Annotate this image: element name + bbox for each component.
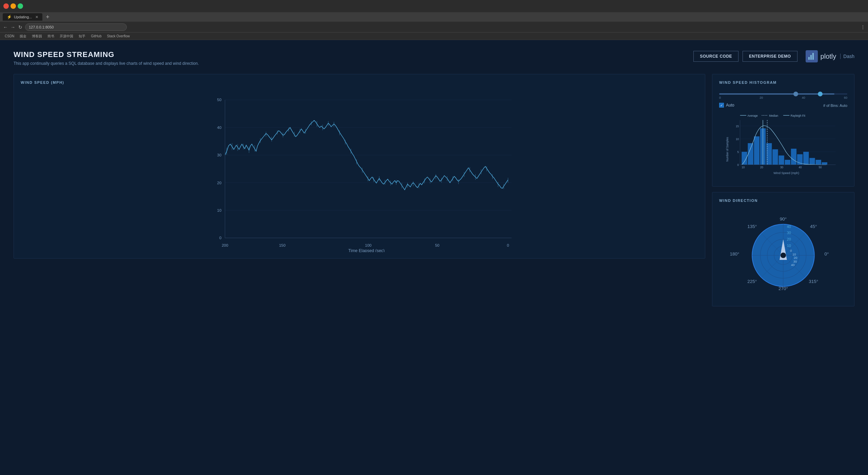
- svg-text:Number of Samples: Number of Samples: [726, 137, 729, 162]
- left-panel: WIND SPEED (MPH) 0 10 20 30: [14, 74, 705, 306]
- svg-rect-0: [808, 57, 810, 60]
- svg-text:10: 10: [736, 138, 739, 141]
- slider-label-60: 60: [844, 96, 847, 99]
- svg-text:20: 20: [787, 237, 791, 241]
- auto-label: Auto: [726, 103, 734, 108]
- url-bar[interactable]: [25, 23, 127, 31]
- svg-text:135°: 135°: [747, 224, 757, 229]
- svg-text:40: 40: [798, 166, 802, 169]
- bins-label: # of Bins: Auto: [823, 103, 847, 108]
- back-btn[interactable]: ←: [3, 24, 8, 30]
- svg-text:30: 30: [780, 166, 784, 169]
- slider-container: 0 20 40 60: [719, 89, 847, 103]
- browser-toolbar: ← → ↻ ⋮: [0, 22, 868, 33]
- forward-btn[interactable]: →: [10, 24, 16, 30]
- svg-text:180°: 180°: [730, 251, 739, 256]
- bookmark-oschina[interactable]: 开源中国: [58, 33, 75, 39]
- app-title: WIND SPEED STREAMING: [14, 50, 199, 59]
- bookmark-csdn[interactable]: CSDN: [3, 34, 16, 39]
- slider-thumb-right[interactable]: [818, 92, 823, 96]
- svg-text:0: 0: [507, 243, 509, 247]
- auto-checkbox[interactable]: ✓: [719, 103, 724, 108]
- bookmark-cnblogs[interactable]: 博客园: [30, 33, 44, 39]
- svg-text:Median: Median: [769, 114, 778, 117]
- new-tab-btn[interactable]: +: [44, 14, 52, 21]
- svg-point-135: [781, 252, 786, 258]
- app-title-section: WIND SPEED STREAMING This app continuall…: [14, 50, 199, 66]
- svg-text:50: 50: [819, 166, 822, 169]
- histogram-card: WIND SPEED HISTOGRAM 0 20 40 60: [712, 74, 854, 187]
- svg-rect-1: [810, 55, 812, 60]
- svg-text:100: 100: [365, 243, 372, 247]
- maximize-btn[interactable]: [18, 3, 23, 9]
- histogram-svg: Average Median Rayleigh Fit Number of Sa…: [719, 112, 847, 180]
- svg-rect-91: [754, 136, 760, 165]
- charts-layout: WIND SPEED (MPH) 0 10 20 30: [14, 74, 854, 306]
- svg-text:200: 200: [222, 243, 228, 247]
- svg-text:50: 50: [217, 98, 221, 102]
- slider-thumb-left[interactable]: [793, 92, 798, 96]
- tab-title: Updating...: [14, 15, 32, 19]
- minimize-btn[interactable]: [11, 3, 16, 9]
- enterprise-demo-button[interactable]: ENTERPRISE DEMO: [743, 51, 797, 62]
- source-code-button[interactable]: SOURCE CODE: [693, 51, 738, 62]
- wind-direction-title: WIND DIRECTION: [719, 198, 847, 203]
- app-header: WIND SPEED STREAMING This app continuall…: [14, 50, 854, 66]
- wind-direction-card: WIND DIRECTION 90° 45° 0° 315° 270° 225°…: [712, 192, 854, 306]
- svg-rect-102: [822, 162, 827, 165]
- svg-rect-101: [815, 160, 821, 165]
- svg-text:Time Elapsed (sec): Time Elapsed (sec): [348, 248, 384, 252]
- bookmark-stackoverflow[interactable]: Stack Overflow: [105, 34, 132, 39]
- svg-text:150: 150: [279, 243, 285, 247]
- reload-btn[interactable]: ↻: [18, 24, 23, 30]
- svg-text:20: 20: [794, 256, 797, 260]
- svg-text:10: 10: [787, 244, 791, 248]
- svg-rect-97: [791, 149, 796, 165]
- bookmark-jianshu[interactable]: 简书: [45, 33, 56, 39]
- compass-container: 90° 45° 0° 315° 270° 225° 180° 135°: [719, 207, 847, 300]
- browser-chrome: [0, 0, 868, 12]
- bookmark-zhihu[interactable]: 知乎: [77, 33, 87, 39]
- plotly-brand-name: plotly: [821, 53, 836, 60]
- svg-text:40: 40: [787, 225, 791, 229]
- svg-text:10: 10: [742, 166, 745, 169]
- svg-text:90°: 90°: [780, 216, 787, 222]
- auto-checkbox-row: ✓ Auto: [719, 103, 734, 108]
- tab-bar: ⚡ Updating... ✕ +: [0, 12, 868, 22]
- right-panel: WIND SPEED HISTOGRAM 0 20 40 60: [712, 74, 854, 306]
- svg-text:5: 5: [737, 151, 739, 154]
- header-right: SOURCE CODE ENTERPRISE DEMO plotly Dash: [693, 50, 854, 62]
- slider-labels: 0 20 40 60: [719, 96, 847, 99]
- bookmark-github[interactable]: GitHub: [89, 34, 103, 39]
- svg-rect-95: [778, 155, 784, 165]
- wind-speed-title: WIND SPEED (MPH): [21, 80, 698, 84]
- close-btn[interactable]: [3, 3, 9, 9]
- plotly-logo-icon: [806, 50, 818, 62]
- wind-speed-card: WIND SPEED (MPH) 0 10 20 30: [14, 74, 705, 259]
- svg-text:30: 30: [787, 231, 791, 235]
- slider-fill: [719, 93, 834, 95]
- svg-text:Average: Average: [748, 114, 758, 117]
- wind-speed-chart: 0 10 20 30 40 50 200 150 100 50 0 Time E: [21, 89, 698, 252]
- svg-text:40: 40: [791, 263, 795, 267]
- slider-label-0: 0: [719, 96, 721, 99]
- svg-text:270°: 270°: [778, 286, 788, 291]
- svg-rect-96: [785, 160, 790, 165]
- slider-track[interactable]: [719, 93, 847, 95]
- svg-text:40: 40: [217, 126, 221, 130]
- svg-text:10: 10: [792, 252, 796, 256]
- slider-label-40: 40: [802, 96, 805, 99]
- slider-label-20: 20: [760, 96, 763, 99]
- svg-text:15: 15: [736, 125, 739, 128]
- svg-rect-100: [809, 158, 815, 165]
- svg-rect-94: [772, 149, 778, 165]
- tab-close[interactable]: ✕: [35, 15, 38, 19]
- app-container: WIND SPEED STREAMING This app continuall…: [0, 40, 868, 475]
- svg-text:30: 30: [217, 153, 221, 157]
- app-subtitle: This app continually queries a SQL datab…: [14, 61, 199, 66]
- bookmark-juejin[interactable]: 掘金: [18, 33, 28, 39]
- compass-svg: 90° 45° 0° 315° 270° 225° 180° 135°: [719, 214, 847, 297]
- active-tab[interactable]: ⚡ Updating... ✕: [3, 13, 42, 21]
- svg-text:20: 20: [217, 181, 221, 185]
- svg-rect-2: [812, 53, 814, 60]
